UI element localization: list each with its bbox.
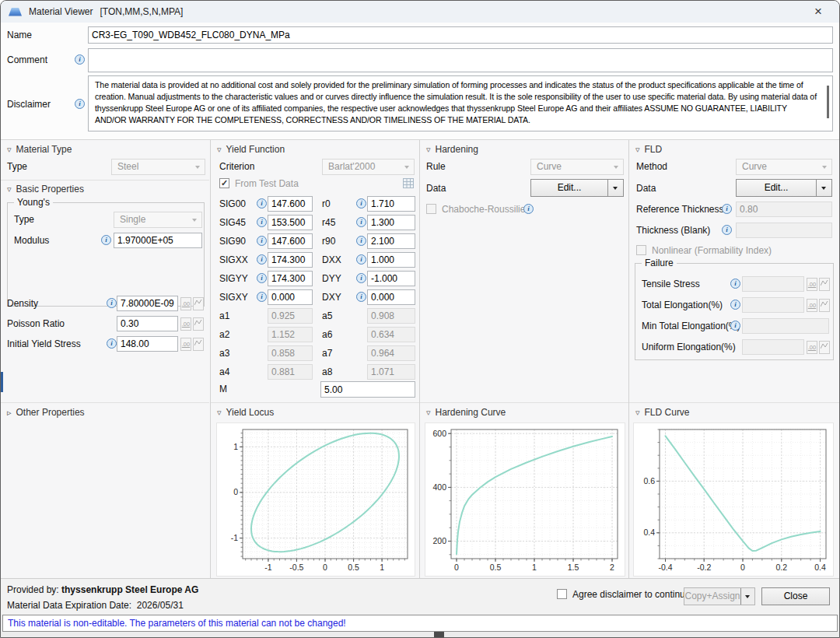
density-input[interactable]	[117, 296, 178, 311]
material-type-select: Steel	[111, 159, 205, 175]
info-icon[interactable]: i	[730, 300, 740, 310]
info-icon[interactable]: i	[356, 236, 366, 246]
fld-method-select: Curve	[736, 159, 832, 175]
info-icon[interactable]: i	[75, 54, 85, 65]
section-material-type[interactable]: ▿Material Type	[7, 144, 72, 155]
youngs-legend: Young's	[14, 197, 53, 208]
main-panels: ▿Material Type Type Steel ▿Basic Propert…	[1, 139, 839, 579]
uniform-elongation-input	[742, 339, 804, 355]
info-icon[interactable]: i	[356, 273, 366, 283]
close-button[interactable]: ×	[805, 2, 831, 22]
dxx-input[interactable]	[367, 252, 415, 268]
section-yield-locus[interactable]: ▿Yield Locus	[217, 407, 274, 418]
svg-text:1: 1	[233, 442, 238, 451]
min-total-elongation-input	[742, 318, 829, 334]
section-fld[interactable]: ▿FLD	[635, 144, 662, 155]
agree-disclaimer-checkbox[interactable]	[557, 589, 567, 599]
svg-text:0: 0	[233, 487, 238, 496]
r90-label: r90	[322, 236, 335, 247]
svg-text:1: 1	[532, 563, 537, 572]
close-dialog-button[interactable]: Close	[761, 587, 830, 605]
r0-label: r0	[322, 198, 331, 209]
info-icon[interactable]: i	[107, 298, 117, 308]
info-icon[interactable]: i	[257, 217, 267, 227]
info-icon[interactable]: i	[356, 198, 366, 209]
provided-by: Provided by: thyssenkrupp Steel Europe A…	[7, 584, 198, 595]
svg-text:400: 400	[432, 482, 446, 492]
info-icon[interactable]: i	[722, 204, 732, 214]
chevron-down-icon[interactable]	[816, 180, 831, 196]
info-icon[interactable]: i	[356, 254, 366, 265]
decimal-format-button: .00	[180, 317, 191, 331]
yield-locus-chart: -1-0.500.51-101	[216, 422, 415, 577]
section-hardening-curve[interactable]: ▿Hardening Curve	[426, 407, 506, 418]
name-input[interactable]	[88, 26, 833, 44]
info-icon[interactable]: i	[730, 279, 740, 289]
info-icon[interactable]: i	[107, 338, 117, 349]
info-icon[interactable]: i	[101, 235, 111, 245]
section-basic-properties[interactable]: ▿Basic Properties	[7, 184, 84, 195]
info-icon[interactable]: i	[356, 292, 366, 302]
decimal-format-button: .00	[180, 297, 191, 310]
hardening-data-edit-button[interactable]: Edit...	[530, 179, 624, 197]
failure-legend: Failure	[642, 258, 677, 268]
info-icon[interactable]: i	[730, 321, 740, 331]
info-icon[interactable]: i	[523, 204, 534, 214]
fld-curve-chart: -0.4-0.200.20.40.40.6	[633, 422, 834, 577]
info-icon[interactable]: i	[257, 273, 267, 283]
expander-icon: ▿	[426, 408, 431, 417]
comment-input[interactable]	[88, 48, 833, 72]
sig45-input[interactable]	[268, 215, 313, 230]
section-fld-curve[interactable]: ▿FLD Curve	[635, 407, 690, 418]
info-icon[interactable]: i	[257, 292, 267, 302]
info-icon[interactable]: i	[257, 236, 267, 246]
column-fld: ▿FLD Method Curve Data Edit... Reference…	[628, 140, 840, 579]
initial-yield-stress-input[interactable]	[117, 336, 178, 352]
a7-input	[367, 345, 415, 361]
poisson-ratio-input[interactable]	[117, 316, 178, 331]
dyy-input[interactable]	[367, 271, 415, 286]
hardening-curve-chart: 00.511.52200400600	[425, 422, 625, 577]
sigxx-input[interactable]	[268, 252, 313, 268]
svg-text:0.4: 0.4	[643, 528, 655, 537]
data-label: Data	[636, 183, 656, 194]
section-other-properties[interactable]: ▹Other Properties	[7, 407, 85, 418]
info-icon[interactable]: i	[257, 254, 267, 265]
curve-button	[193, 317, 204, 331]
curve-icon	[194, 319, 202, 327]
rule-label: Rule	[426, 161, 446, 172]
info-icon[interactable]: i	[356, 217, 366, 227]
modulus-input[interactable]	[114, 233, 202, 248]
expiration-date: Material Data Expiration Date: 2026/05/3…	[7, 600, 184, 611]
from-test-data-checkbox	[219, 178, 229, 188]
sig90-input[interactable]	[268, 233, 313, 249]
dxy-input[interactable]	[367, 289, 415, 305]
fld-data-edit-button[interactable]: Edit...	[736, 179, 832, 197]
r90-input[interactable]	[367, 233, 415, 249]
section-hardening[interactable]: ▿Hardening	[426, 144, 478, 155]
chaboche-checkbox	[426, 204, 436, 214]
column-yield: ▿Yield Function Criterion Barlat'2000 Fr…	[210, 140, 419, 579]
sigyy-input[interactable]	[268, 271, 313, 286]
sig00-input[interactable]	[268, 196, 313, 212]
curve-icon	[194, 299, 202, 307]
m-exponent-input[interactable]	[320, 381, 415, 398]
r0-input[interactable]	[367, 196, 415, 212]
curve-button	[819, 341, 830, 354]
chevron-down-icon[interactable]	[607, 180, 623, 196]
info-icon[interactable]: i	[75, 99, 85, 109]
status-bar: This material is non-editable. The param…	[1, 614, 839, 634]
section-yield-function[interactable]: ▿Yield Function	[217, 144, 285, 155]
svg-text:2: 2	[610, 563, 614, 572]
a8-input	[367, 364, 415, 380]
info-icon[interactable]: i	[722, 225, 732, 235]
decimal-format-button: .00	[807, 299, 817, 312]
disclaimer-text: The material data is provided at no addi…	[95, 79, 820, 126]
nonlinear-checkbox	[636, 245, 646, 255]
decimal-format-button: .00	[807, 341, 817, 354]
r45-input[interactable]	[367, 215, 415, 230]
info-icon[interactable]: i	[257, 198, 267, 209]
scrollbar-thumb[interactable]	[827, 86, 829, 118]
sigxy-input[interactable]	[268, 289, 313, 305]
expander-icon: ▿	[426, 145, 431, 154]
